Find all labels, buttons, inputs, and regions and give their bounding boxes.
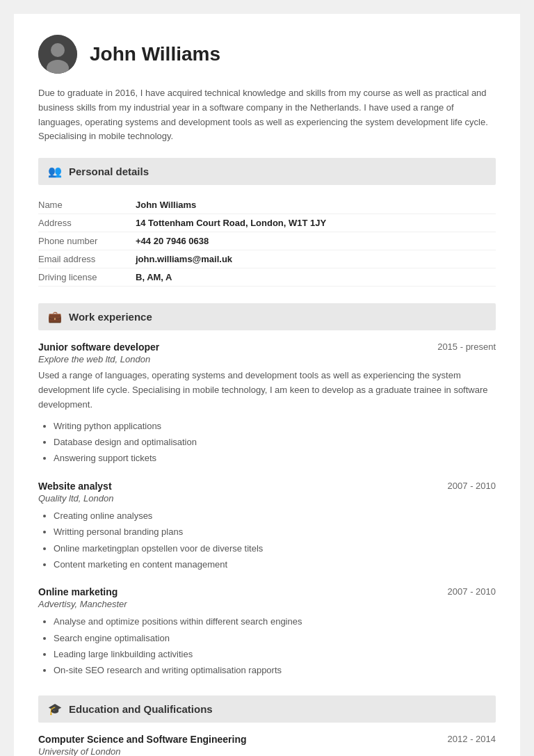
edu-item: Computer Science and Software Engineerin… — [38, 734, 496, 756]
job-dates: 2007 - 2010 — [448, 481, 496, 491]
job-item: Junior software developer 2015 - present… — [38, 341, 496, 467]
job-item: Website analyst 2007 - 2010 Quality ltd,… — [38, 481, 496, 573]
work-experience-section: 💼 Work experience Junior software develo… — [38, 303, 496, 679]
svg-point-1 — [51, 43, 65, 57]
detail-value: +44 20 7946 0638 — [136, 236, 209, 246]
job-header: Website analyst 2007 - 2010 — [38, 481, 496, 492]
list-item: Database design and optimalisation — [54, 434, 496, 450]
education-header: 🎓 Education and Qualifications — [38, 695, 496, 723]
job-company: Quality ltd, London — [38, 493, 496, 504]
job-header: Junior software developer 2015 - present — [38, 341, 496, 353]
job-dates: 2007 - 2010 — [448, 586, 496, 597]
job-header: Online marketing 2007 - 2010 — [38, 586, 496, 597]
detail-value: B, AM, A — [136, 272, 172, 282]
personal-details-rows: Name John Williams Address 14 Tottenham … — [38, 196, 496, 287]
job-description: Used a range of languages, operating sys… — [38, 369, 496, 412]
list-item: Writing python applications — [54, 418, 496, 434]
detail-row: Email address john.williams@mail.uk — [38, 250, 496, 268]
work-experience-title: Work experience — [69, 311, 152, 323]
job-title: Junior software developer — [38, 341, 159, 353]
job-item: Online marketing 2007 - 2010 Advertisy, … — [38, 586, 496, 679]
list-item: Answering support tickets — [54, 450, 496, 466]
education-icon: 🎓 — [48, 702, 62, 716]
work-experience-icon: 💼 — [48, 310, 62, 323]
edu-dates: 2012 - 2014 — [448, 734, 496, 744]
job-bullets: Creating online analysesWritting persona… — [38, 508, 496, 573]
list-item: Search engine optimalisation — [54, 630, 496, 646]
resume-header: John Williams — [38, 35, 496, 74]
work-experience-list: Junior software developer 2015 - present… — [38, 341, 496, 679]
list-item: On-site SEO research and writing optimal… — [54, 662, 496, 678]
work-experience-header: 💼 Work experience — [38, 303, 496, 330]
detail-label: Address — [38, 218, 136, 228]
education-section: 🎓 Education and Qualifications Computer … — [38, 695, 496, 756]
personal-details-title: Personal details — [69, 166, 149, 177]
detail-value: 14 Tottenham Court Road, London, W1T 1JY — [136, 218, 326, 228]
detail-row: Address 14 Tottenham Court Road, London,… — [38, 214, 496, 232]
detail-label: Driving license — [38, 272, 136, 282]
job-dates: 2015 - present — [437, 341, 496, 352]
list-item: Online marketingplan opstellen voor de d… — [54, 540, 496, 556]
list-item: Writting personal branding plans — [54, 524, 496, 540]
detail-label: Phone number — [38, 236, 136, 246]
detail-row: Name John Williams — [38, 196, 496, 214]
job-title: Website analyst — [38, 481, 112, 492]
detail-label: Name — [38, 200, 136, 210]
list-item: Leading large linkbuilding activities — [54, 646, 496, 662]
job-company: Advertisy, Manchester — [38, 599, 496, 609]
job-bullets: Writing python applicationsDatabase desi… — [38, 418, 496, 467]
list-item: Content marketing en content management — [54, 556, 496, 572]
list-item: Creating online analyses — [54, 508, 496, 524]
detail-value: john.williams@mail.uk — [136, 254, 232, 264]
resume-container: John Williams Due to graduate in 2016, I… — [14, 14, 520, 756]
detail-label: Email address — [38, 254, 136, 264]
detail-value: John Williams — [136, 200, 196, 210]
education-list: Computer Science and Software Engineerin… — [38, 734, 496, 756]
summary-text: Due to graduate in 2016, I have acquired… — [38, 86, 496, 144]
detail-row: Phone number +44 20 7946 0638 — [38, 232, 496, 250]
edu-header: Computer Science and Software Engineerin… — [38, 734, 496, 745]
job-title: Online marketing — [38, 586, 118, 597]
personal-details-section: 👥 Personal details Name John Williams Ad… — [38, 158, 496, 287]
personal-details-icon: 👥 — [48, 165, 62, 178]
education-title: Education and Qualifications — [69, 703, 213, 715]
job-company: Explore the web ltd, London — [38, 354, 496, 364]
avatar — [38, 35, 77, 74]
edu-institution: University of London — [38, 746, 496, 756]
detail-row: Driving license B, AM, A — [38, 268, 496, 287]
list-item: Analyse and optimize positions within di… — [54, 613, 496, 629]
job-bullets: Analyse and optimize positions within di… — [38, 613, 496, 679]
personal-details-header: 👥 Personal details — [38, 158, 496, 185]
edu-title: Computer Science and Software Engineerin… — [38, 734, 247, 745]
header-name: John Williams — [90, 43, 220, 65]
